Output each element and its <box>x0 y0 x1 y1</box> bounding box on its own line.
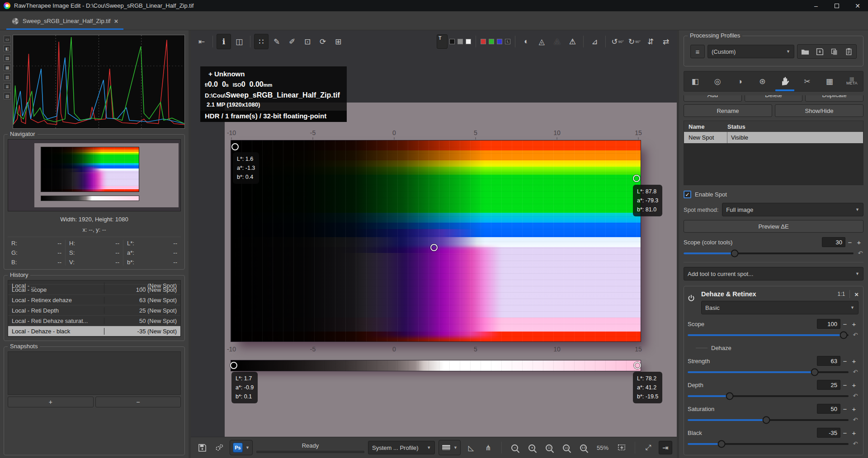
color-spot-marker[interactable] <box>230 362 237 369</box>
tab-advanced[interactable]: ⊛ <box>751 78 774 85</box>
tab-close-icon[interactable]: × <box>114 17 118 25</box>
depth-value[interactable]: 25 <box>817 380 840 390</box>
increment-button[interactable]: + <box>849 319 859 329</box>
luminance-channel-swatch[interactable]: L <box>505 39 510 44</box>
show-hide-spot-button[interactable]: Show/Hide <box>775 104 863 117</box>
history-row[interactable]: Local - Retinex dehaze 63 (New Spot) <box>8 295 180 305</box>
bg-gray-swatch[interactable] <box>458 39 463 44</box>
history-row-selected[interactable]: Local - Dehaze - black -35 (New Spot) <box>8 326 180 336</box>
profile-select[interactable]: (Custom) ▼ <box>708 45 794 58</box>
navigator-preview[interactable] <box>8 139 181 211</box>
dehaze-scope-value[interactable]: 100 <box>817 319 840 329</box>
tab-detail[interactable]: ◎ <box>707 78 729 85</box>
add-tool-select[interactable]: Add tool to current spot... ▼ <box>684 267 863 280</box>
bg-white-swatch[interactable] <box>466 39 471 44</box>
zoom-in-button[interactable]: + <box>525 441 539 454</box>
tab-raw[interactable]: ▦ <box>818 78 841 85</box>
add-spot-button[interactable]: Add <box>684 95 742 102</box>
increment-button[interactable]: + <box>849 356 859 366</box>
black-value[interactable]: -35 <box>817 428 840 438</box>
saturation-value[interactable]: 50 <box>817 404 840 414</box>
histogram-mode-toggle-icon[interactable]: ≣ <box>4 83 11 90</box>
black-slider[interactable] <box>688 443 849 445</box>
strength-value[interactable]: 63 <box>817 356 840 366</box>
paste-profile-button[interactable] <box>842 46 855 57</box>
gradient-strip-image[interactable] <box>231 360 641 371</box>
duplicate-spot-button[interactable]: Duplicate <box>805 95 863 102</box>
histogram-bars-toggle-icon[interactable]: ▧ <box>4 93 11 99</box>
history-row[interactable]: Local - Reti Dehaze saturat... 50 (New S… <box>8 316 180 326</box>
scope-color-tools-value[interactable]: 30 <box>822 237 845 247</box>
gamut-warning-toggle[interactable]: ⋔ <box>481 441 495 454</box>
reset-icon[interactable]: ↶ <box>852 416 859 423</box>
blue-channel-swatch[interactable] <box>497 39 502 44</box>
histogram-blue-toggle-icon[interactable]: ▤ <box>4 55 11 61</box>
increment-button[interactable]: + <box>849 380 859 390</box>
white-balance-picker-button[interactable]: ✎ <box>269 34 284 49</box>
flip-horizontal-button[interactable]: ⇄ <box>659 34 673 49</box>
rotate-left-button[interactable]: ↺90° <box>609 34 625 49</box>
scope-increment-button[interactable]: + <box>854 237 863 247</box>
close-button[interactable]: ✕ <box>847 0 868 11</box>
queue-processing-button[interactable] <box>212 441 226 454</box>
tool-zoom-label[interactable]: 1:1 <box>838 291 845 297</box>
scope-color-tools-slider[interactable] <box>684 252 854 254</box>
dehaze-scope-slider[interactable] <box>688 334 849 336</box>
minimize-button[interactable]: – <box>806 0 826 11</box>
zoom-fit-crop-button[interactable]: ▭ <box>560 441 573 454</box>
zoom-100-button[interactable]: 1:1 <box>577 441 590 454</box>
red-channel-swatch[interactable] <box>481 39 486 44</box>
bg-black-swatch[interactable] <box>449 39 455 44</box>
increment-button[interactable]: + <box>849 428 859 438</box>
saturation-slider[interactable] <box>688 419 849 421</box>
history-row-clipped[interactable]: Local - ... ... (New Spot) <box>8 280 180 285</box>
highlight-clipping-button[interactable]: ⚠ <box>565 34 580 49</box>
reset-icon[interactable]: ↶ <box>852 440 859 447</box>
background-color-button[interactable]: T <box>437 34 448 49</box>
depth-slider[interactable] <box>688 395 849 397</box>
histogram-red-toggle-icon[interactable]: ▭ <box>4 36 11 42</box>
rotate-right-button[interactable]: ↻90° <box>627 34 642 49</box>
maximize-button[interactable] <box>826 0 847 11</box>
spot-center-marker[interactable] <box>430 244 438 251</box>
rename-spot-button[interactable]: Rename <box>684 104 772 117</box>
main-image[interactable] <box>231 140 641 342</box>
save-profile-button[interactable] <box>813 46 826 57</box>
decrement-button[interactable]: − <box>840 319 849 329</box>
history-row[interactable]: Local - scope 100 (New Spot) <box>8 285 180 295</box>
output-profile-select[interactable]: System ... Profile) ▼ <box>368 441 435 454</box>
spot-method-select[interactable]: Full image ▼ <box>722 203 863 216</box>
tool-close-icon[interactable]: × <box>854 290 859 298</box>
info-button[interactable]: ℹ <box>217 34 231 49</box>
shadow-clipping-button[interactable]: ⚠ <box>550 34 564 49</box>
decrement-button[interactable]: − <box>840 404 849 414</box>
zoom-fit-button[interactable]: ∷ <box>542 441 556 454</box>
hide-left-panel-button[interactable]: ⇤ <box>194 34 209 49</box>
perspective-button[interactable]: ⊞ <box>331 34 345 49</box>
scope-decrement-button[interactable]: − <box>845 237 854 247</box>
tab-local-adjustments[interactable] <box>774 76 796 86</box>
hide-right-panel-button[interactable]: ⇥ <box>659 441 672 454</box>
decrement-button[interactable]: − <box>840 356 849 366</box>
crop-button[interactable]: ⊡ <box>300 34 315 49</box>
reset-icon[interactable]: ↶ <box>852 393 859 399</box>
external-editor-button[interactable]: Ps ▼ <box>230 440 253 455</box>
tab-color[interactable]: ◑ <box>729 78 751 85</box>
load-profile-button[interactable] <box>798 46 812 57</box>
delete-spot-button[interactable]: Delete <box>745 95 803 102</box>
decrement-button[interactable]: − <box>840 428 849 438</box>
color-spot-marker[interactable] <box>633 175 640 182</box>
tab-exposure[interactable]: ◧ <box>684 78 707 85</box>
add-snapshot-button[interactable]: + <box>8 397 94 407</box>
reset-icon[interactable]: ↶ <box>852 332 859 338</box>
monitor-profile-select[interactable]: ▼ <box>439 440 461 455</box>
spot-row-selected[interactable]: New Spot Visible <box>684 132 863 143</box>
color-spot-marker[interactable] <box>634 362 641 369</box>
fullscreen-button[interactable]: ⤢ <box>642 441 655 454</box>
save-image-button[interactable] <box>195 441 209 454</box>
histogram-green-toggle-icon[interactable]: ◧ <box>4 45 11 52</box>
fill-mode-button[interactable]: ≡ <box>690 45 705 58</box>
image-canvas[interactable]: -10 -5 0 5 10 15 -10 -5 0 5 10 15 <box>191 53 677 437</box>
soft-proofing-toggle[interactable]: ◺ <box>464 441 478 454</box>
tool-enable-button[interactable] <box>688 290 698 303</box>
